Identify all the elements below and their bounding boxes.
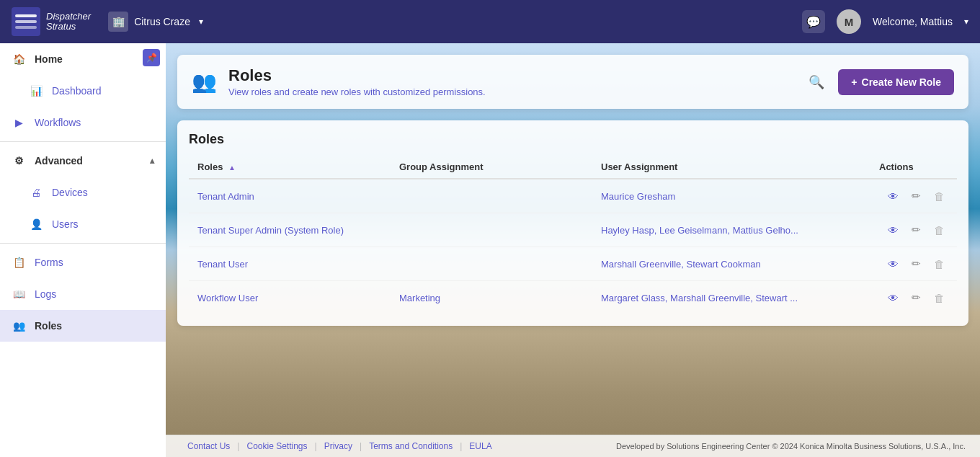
table-row: Tenant UserMarshall Greenville, Stewart … (189, 247, 957, 281)
action-icons: 👁 ✏ 🗑 (879, 288, 948, 307)
sidebar-item-label: Roles (35, 320, 62, 332)
view-button[interactable]: 👁 (883, 254, 902, 273)
view-button[interactable]: 👁 (883, 187, 902, 205)
sidebar-item-workflows[interactable]: ▶ Workflows (0, 107, 166, 138)
page-header-text: Roles View roles and create new roles wi… (228, 66, 792, 97)
svg-rect-3 (15, 26, 37, 29)
org-selector[interactable]: 🏢 Citrus Craze ▾ (108, 12, 203, 32)
subtitle-text: View roles and create new roles (228, 86, 364, 97)
dashboard-icon: 📊 (29, 84, 43, 98)
roles-table: Roles ▲ Group Assignment User Assignment… (189, 156, 957, 314)
subtitle-link: with (364, 86, 380, 97)
devices-icon: 🖨 (29, 185, 43, 200)
view-button[interactable]: 👁 (883, 221, 902, 239)
users-link[interactable]: Margaret Glass, Marshall Greenville, Ste… (601, 293, 798, 303)
sidebar-divider (0, 141, 166, 142)
svg-rect-1 (15, 14, 37, 17)
users-icon: 👤 (29, 217, 43, 231)
delete-button[interactable]: 🗑 (930, 221, 948, 239)
users-link[interactable]: Maurice Gresham (601, 191, 675, 202)
sidebar-item-label: Forms (35, 257, 63, 268)
col-header-actions: Actions (870, 156, 957, 179)
group-link[interactable]: Marketing (399, 293, 440, 303)
create-new-role-button[interactable]: + Create New Role (838, 69, 954, 95)
footer-link-eula[interactable]: EULA (462, 441, 499, 451)
search-button[interactable]: 🔍 (803, 69, 829, 95)
table-row: Workflow UserMarketingMargaret Glass, Ma… (189, 281, 957, 315)
advanced-chevron-icon: ▴ (150, 156, 154, 166)
sidebar-item-roles[interactable]: 👥 Roles (0, 310, 166, 342)
logo-icon (12, 7, 40, 36)
edit-button[interactable]: ✏ (906, 288, 925, 307)
advanced-icon: ⚙ (12, 154, 26, 168)
header-right: 💬 M Welcome, Mattius ▾ (802, 9, 968, 34)
cell-group (391, 247, 592, 281)
action-icons: 👁 ✏ 🗑 (879, 221, 948, 239)
sidebar-item-label: Home (35, 53, 63, 65)
role-link[interactable]: Tenant Super Admin (System Role) (197, 225, 344, 236)
chat-icon[interactable]: 💬 (802, 10, 825, 33)
welcome-text: Welcome, Mattius (873, 16, 953, 27)
org-chevron-icon: ▾ (199, 17, 203, 27)
table-row: Tenant Super Admin (System Role)Hayley H… (189, 213, 957, 247)
footer-link-contact[interactable]: Contact Us (180, 441, 237, 451)
sidebar: 📌 🏠 Home ▾ 📊 Dashboard ▶ Workflows ⚙ Adv… (0, 43, 166, 457)
cell-group: Marketing (391, 281, 592, 315)
users-link[interactable]: Hayley Hasp, Lee Geiselmann, Mattius Gel… (601, 225, 798, 236)
header-actions: 🔍 + Create New Role (803, 69, 954, 95)
app-header: Dispatcher Stratus 🏢 Citrus Craze ▾ 💬 M … (0, 0, 980, 43)
cell-group (391, 213, 592, 247)
col-header-roles[interactable]: Roles ▲ (189, 156, 391, 179)
home-chevron-icon: ▾ (150, 54, 154, 64)
sidebar-item-users[interactable]: 👤 Users (0, 208, 166, 240)
page-title: Roles (228, 66, 792, 85)
footer-link-terms[interactable]: Terms and Conditions (362, 441, 460, 451)
sidebar-item-advanced[interactable]: ⚙ Advanced ▴ (0, 145, 166, 177)
edit-button[interactable]: ✏ (906, 187, 925, 205)
roles-container: Roles Roles ▲ Group Assignment User Assi… (177, 120, 968, 326)
col-header-users[interactable]: User Assignment (592, 156, 870, 179)
subtitle-end: customized permissions. (380, 86, 486, 97)
view-button[interactable]: 👁 (883, 288, 902, 307)
cell-actions: 👁 ✏ 🗑 (870, 281, 957, 315)
org-name: Citrus Craze (134, 16, 190, 27)
user-menu-chevron-icon[interactable]: ▾ (964, 17, 968, 27)
delete-button[interactable]: 🗑 (930, 288, 948, 307)
cell-role: Workflow User (189, 281, 391, 315)
sidebar-item-forms[interactable]: 📋 Forms (0, 247, 166, 278)
role-link[interactable]: Tenant User (197, 259, 248, 270)
users-link[interactable]: Marshall Greenville, Stewart Cookman (601, 259, 761, 270)
page-header: 👥 Roles View roles and create new roles … (177, 55, 968, 109)
cell-users: Maurice Gresham (592, 179, 870, 213)
cell-group (391, 179, 592, 213)
sidebar-item-label: Advanced (35, 155, 83, 167)
sidebar-item-label: Logs (35, 288, 56, 300)
roles-table-title: Roles (189, 132, 957, 147)
col-header-group[interactable]: Group Assignment (391, 156, 592, 179)
delete-button[interactable]: 🗑 (930, 254, 948, 273)
cell-actions: 👁 ✏ 🗑 (870, 247, 957, 281)
cell-users: Margaret Glass, Marshall Greenville, Ste… (592, 281, 870, 315)
sidebar-item-devices[interactable]: 🖨 Devices (0, 177, 166, 208)
cell-role: Tenant Admin (189, 179, 391, 213)
table-row: Tenant AdminMaurice Gresham 👁 ✏ 🗑 (189, 179, 957, 213)
role-link[interactable]: Workflow User (197, 293, 258, 303)
workflows-icon: ▶ (12, 115, 26, 130)
role-link[interactable]: Tenant Admin (197, 191, 254, 202)
footer-link-privacy[interactable]: Privacy (317, 441, 360, 451)
org-icon: 🏢 (108, 12, 128, 32)
sidebar-item-home[interactable]: 🏠 Home ▾ (0, 43, 166, 75)
sidebar-item-logs[interactable]: 📖 Logs (0, 278, 166, 310)
svg-rect-2 (15, 20, 37, 23)
forms-icon: 📋 (12, 255, 26, 270)
sidebar-item-dashboard[interactable]: 📊 Dashboard (0, 75, 166, 107)
delete-button[interactable]: 🗑 (930, 187, 948, 205)
page-subtitle: View roles and create new roles with cus… (228, 86, 792, 97)
edit-button[interactable]: ✏ (906, 221, 925, 239)
footer-link-cookie[interactable]: Cookie Settings (239, 441, 314, 451)
content-area: 👥 Roles View roles and create new roles … (166, 43, 980, 457)
edit-button[interactable]: ✏ (906, 254, 925, 273)
home-icon: 🏠 (12, 52, 26, 66)
roles-icon: 👥 (12, 319, 26, 333)
sort-icon: ▲ (228, 164, 236, 172)
